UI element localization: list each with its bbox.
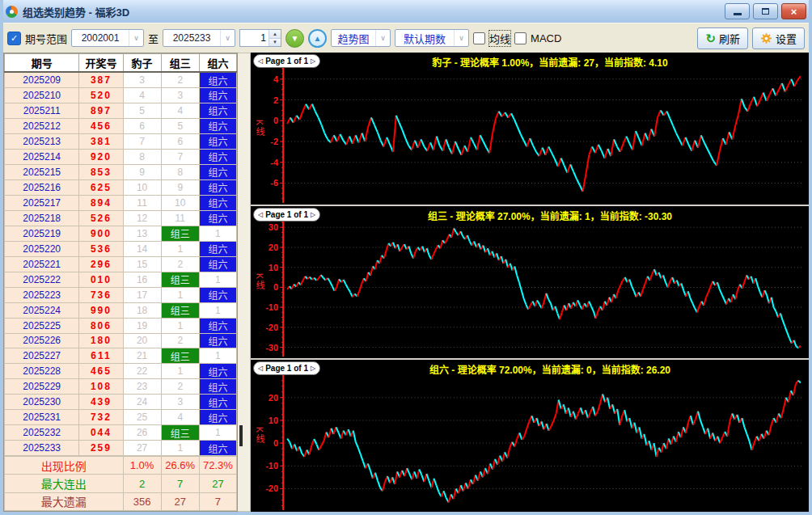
baozi-miss-cell: 26 bbox=[123, 425, 161, 441]
ma-checkbox-label: 均线 bbox=[489, 31, 510, 46]
table-row[interactable]: 202521338176组六 bbox=[5, 133, 237, 149]
page-label: Page 1 of 1 bbox=[265, 57, 308, 65]
number-cell: 806 bbox=[79, 318, 123, 333]
chevron-down-icon[interactable]: ∨ bbox=[129, 30, 143, 46]
table-row[interactable]: 2025223736171组六 bbox=[5, 287, 237, 302]
scrollbar-thumb[interactable] bbox=[239, 425, 243, 446]
table-row[interactable]: 202521245665组六 bbox=[5, 118, 237, 133]
period-cell: 2025211 bbox=[5, 103, 79, 118]
page-prev-icon[interactable]: ◁ bbox=[258, 365, 263, 372]
table-row[interactable]: 2025230439243组六 bbox=[5, 395, 237, 410]
macd-checkbox[interactable] bbox=[514, 32, 527, 44]
table-row[interactable]: 202522499018组三1 bbox=[5, 302, 237, 318]
ma-checkbox[interactable] bbox=[473, 32, 485, 44]
table-row[interactable]: 2025229108232组六 bbox=[5, 379, 237, 395]
baozi-miss-cell: 7 bbox=[123, 133, 161, 149]
table-row[interactable]: 2025231732254组六 bbox=[5, 410, 237, 425]
step-back-button[interactable]: ▼ bbox=[285, 29, 304, 48]
table-row[interactable]: 202522761121组三1 bbox=[5, 348, 237, 364]
summary-value-0: 2 bbox=[123, 475, 161, 492]
table-row[interactable]: 2025233259271组六 bbox=[5, 441, 237, 456]
zu3-miss-cell: 1 bbox=[161, 318, 199, 333]
spin-up-icon[interactable]: ▲ bbox=[269, 30, 281, 39]
chevron-down-icon[interactable]: ∨ bbox=[220, 30, 235, 46]
close-button[interactable]: × bbox=[781, 3, 806, 19]
zu6-hit-cell: 组六 bbox=[199, 179, 236, 195]
svg-text:0: 0 bbox=[273, 282, 278, 292]
zu6-hit-cell: 组六 bbox=[199, 333, 236, 348]
table-row[interactable]: 202522201016组三1 bbox=[5, 272, 237, 287]
step-spinner[interactable]: 1 ▲ ▼ bbox=[239, 29, 281, 47]
refresh-label: 刷新 bbox=[719, 31, 740, 46]
table-row[interactable]: 2025225806191组六 bbox=[5, 318, 237, 333]
range-to-value: 2025233 bbox=[163, 32, 220, 44]
zu3-miss-cell: 7 bbox=[161, 149, 199, 164]
svg-text:-20: -20 bbox=[265, 323, 278, 332]
baozi-miss-cell: 19 bbox=[123, 318, 161, 333]
table-row[interactable]: 2025226180202组六 bbox=[5, 333, 237, 348]
titlebar[interactable]: 组选类别趋势 - 福彩3D × bbox=[3, 0, 809, 23]
baozi-miss-cell: 24 bbox=[123, 395, 161, 410]
table-row[interactable]: 20252185261211组六 bbox=[5, 210, 237, 226]
period-cell: 2025209 bbox=[5, 72, 79, 88]
chart-panel-zu3: ◁ Page 1 of 1 ▷ 组三 - 理论概率 27.00%，当前遗漏: 1… bbox=[251, 206, 809, 358]
page-next-icon[interactable]: ▷ bbox=[311, 57, 315, 65]
summary-row: 最大遗漏356277 bbox=[5, 492, 237, 510]
range-to-combobox[interactable]: 2025233 ∨ bbox=[163, 29, 235, 47]
svg-text:20: 20 bbox=[269, 393, 278, 403]
table-row[interactable]: 2025220536141组六 bbox=[5, 241, 237, 256]
table-row[interactable]: 20252178941110组六 bbox=[5, 195, 237, 210]
table-row[interactable]: 202521990013组三1 bbox=[5, 226, 237, 241]
zu3-miss-cell: 1 bbox=[161, 364, 199, 379]
minimize-button[interactable] bbox=[725, 3, 750, 19]
table-scrollbar[interactable] bbox=[238, 53, 251, 512]
svg-text:-10: -10 bbox=[265, 302, 278, 312]
app-icon bbox=[6, 6, 18, 18]
page-label: Page 1 of 1 bbox=[265, 210, 308, 219]
table-row[interactable]: 2025221296152组六 bbox=[5, 256, 237, 272]
chevron-down-icon[interactable]: ∨ bbox=[454, 30, 468, 46]
kline-chart-zu6: 20100-10-20 bbox=[251, 360, 809, 512]
number-cell: 526 bbox=[79, 210, 123, 226]
page-next-icon[interactable]: ▷ bbox=[311, 365, 315, 372]
table-row[interactable]: 2025228465221组六 bbox=[5, 364, 237, 379]
chart-type-combobox[interactable]: 趋势图 ∨ bbox=[331, 29, 391, 47]
number-cell: 625 bbox=[79, 179, 123, 195]
table-row[interactable]: 202521585398组六 bbox=[5, 164, 237, 179]
page-prev-icon[interactable]: ◁ bbox=[258, 211, 263, 218]
table-row[interactable]: 202521492087组六 bbox=[5, 149, 237, 164]
range-checkbox[interactable]: ✓ bbox=[7, 32, 21, 45]
zu6-hit-cell: 组六 bbox=[199, 133, 236, 149]
zu6-hit-cell: 组六 bbox=[199, 410, 236, 425]
zu3-miss-cell: 1 bbox=[161, 241, 199, 256]
zu6-hit-cell: 组六 bbox=[199, 364, 236, 379]
page-next-icon[interactable]: ▷ bbox=[311, 211, 315, 218]
zu3-miss-cell: 9 bbox=[161, 179, 199, 195]
period-cell: 2025232 bbox=[5, 425, 79, 441]
minimize-icon bbox=[734, 13, 742, 15]
range-from-combobox[interactable]: 2002001 ∨ bbox=[71, 29, 144, 47]
table-row[interactable]: 202523204426组三1 bbox=[5, 425, 237, 441]
arrow-up-icon: ▲ bbox=[314, 34, 322, 43]
close-icon: × bbox=[791, 6, 797, 17]
step-forward-button[interactable]: ▲ bbox=[308, 29, 327, 48]
table-row[interactable]: 2025216625109组六 bbox=[5, 179, 237, 195]
svg-text:-20: -20 bbox=[265, 483, 278, 493]
refresh-button[interactable]: ↻ 刷新 bbox=[697, 27, 748, 49]
spin-down-icon[interactable]: ▼ bbox=[269, 39, 281, 47]
number-cell: 990 bbox=[79, 302, 123, 318]
table-row[interactable]: 202521052043组六 bbox=[5, 88, 237, 103]
table-row[interactable]: 202520938732组六 bbox=[5, 72, 237, 88]
baozi-miss-cell: 13 bbox=[123, 226, 161, 241]
number-cell: 296 bbox=[79, 256, 123, 272]
chevron-down-icon[interactable]: ∨ bbox=[375, 30, 390, 46]
table-row[interactable]: 202521189754组六 bbox=[5, 103, 237, 118]
settings-button[interactable]: 设置 bbox=[752, 27, 805, 49]
maximize-button[interactable] bbox=[753, 3, 778, 19]
summary-row: 出现比例1.0%26.6%72.3% bbox=[5, 457, 237, 475]
number-cell: 853 bbox=[79, 164, 123, 179]
period-preset-combobox[interactable]: 默认期数 ∨ bbox=[395, 29, 469, 47]
period-cell: 2025229 bbox=[5, 379, 79, 395]
page-prev-icon[interactable]: ◁ bbox=[258, 57, 263, 65]
zu3-miss-cell: 2 bbox=[161, 333, 199, 348]
